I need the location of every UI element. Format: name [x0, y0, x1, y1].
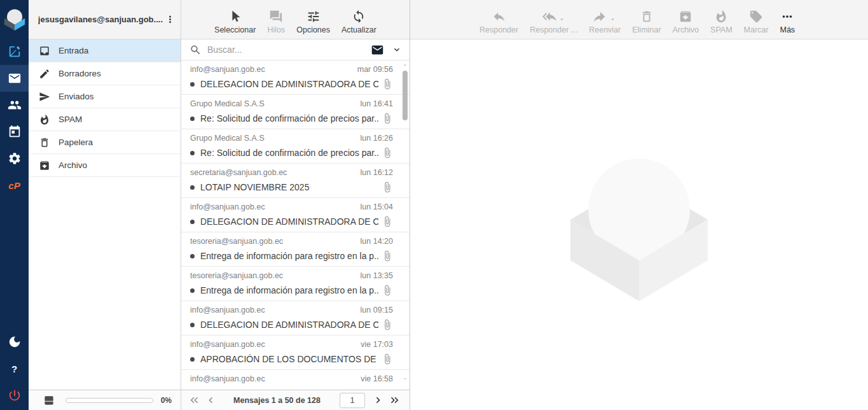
- message-time: vie 16:58: [361, 374, 393, 383]
- snappymail-watermark-logo: [570, 148, 708, 301]
- archive-icon: [679, 10, 692, 24]
- message_toolbar-button-más[interactable]: Más: [774, 8, 801, 34]
- message-row[interactable]: Grupo Medical S.A.Slun 16:26Re: Solicitu…: [181, 129, 410, 164]
- message-sender: Grupo Medical S.A.S: [190, 99, 265, 108]
- scrollbar-up-arrow[interactable]: [402, 62, 408, 68]
- list_toolbar-button-seleccionar[interactable]: Seleccionar: [209, 8, 261, 34]
- last-page-button[interactable]: [387, 393, 402, 408]
- message-time: lun 16:26: [361, 134, 393, 143]
- trash-icon: [640, 10, 654, 24]
- scrollbar-thumb[interactable]: [403, 71, 408, 120]
- folder-pane: jesusgavilanes@sanjuan.gob.... EntradaBo…: [29, 0, 181, 410]
- unseen-filter-envelope-icon[interactable]: [371, 43, 384, 57]
- message-time: lun 16:12: [361, 168, 393, 177]
- message-sender: tesoreria@sanjuan.gob.ec: [190, 237, 283, 246]
- reply-icon: [492, 10, 506, 24]
- message-row[interactable]: info@sanjuan.gob.ecmar 09:56DELEGACION D…: [181, 60, 410, 95]
- message-subject: LOTAIP NOVIEMBRE 2025: [200, 182, 378, 192]
- threads-icon: [269, 10, 283, 24]
- message-list: info@sanjuan.gob.ecmar 09:56DELEGACION D…: [181, 60, 410, 390]
- search-options-chevron-down-icon[interactable]: [392, 45, 402, 55]
- message_toolbar-button-responder[interactable]: Responder: [474, 8, 524, 34]
- account-header: jesusgavilanes@sanjuan.gob....: [29, 0, 181, 39]
- mail-icon: [8, 71, 22, 85]
- rail-item-cpanel[interactable]: cP: [0, 172, 29, 199]
- message_toolbar-button-archivo[interactable]: Archivo: [666, 8, 705, 34]
- quota-percent: 0%: [161, 396, 172, 405]
- list-toolbar: SeleccionarHilosOpcionesActualizar: [181, 0, 410, 39]
- rail-item-logout[interactable]: [0, 382, 29, 409]
- unread-dot: [190, 185, 195, 190]
- refresh-icon: [352, 10, 366, 24]
- prev-page-button[interactable]: [203, 393, 218, 408]
- unread-dot: [190, 288, 195, 293]
- flame-icon: [39, 114, 50, 125]
- message-row[interactable]: secretaria@sanjuan.gob.eclun 16:12LOTAIP…: [181, 164, 410, 198]
- list_toolbar-button-opciones[interactable]: Opciones: [291, 8, 336, 34]
- message_toolbar-button-reenviar[interactable]: Reenviar: [583, 8, 626, 34]
- toolbar-button-label: Responder: [479, 25, 518, 34]
- rail-item-calendar[interactable]: [0, 118, 29, 145]
- unread-dot: [190, 117, 195, 121]
- first-page-button[interactable]: [186, 393, 202, 408]
- search-input[interactable]: [207, 45, 371, 55]
- snappymail-logo: [0, 0, 29, 38]
- rail-item-compose[interactable]: [0, 38, 29, 65]
- toolbar-button-label: Seleccionar: [214, 25, 256, 34]
- folder-label: Papelera: [59, 138, 93, 147]
- message-time: lun 14:20: [361, 237, 393, 246]
- page-number-input[interactable]: [340, 393, 365, 408]
- account-menu-button[interactable]: [163, 11, 177, 28]
- folder-item-archivo[interactable]: Archivo: [29, 154, 181, 177]
- chevrons-right-icon: [389, 394, 401, 406]
- message-subject: Re: Solicitud de confirmación de precios…: [200, 113, 378, 124]
- message-sender: info@sanjuan.gob.ec: [190, 65, 265, 74]
- message-time: lun 15:04: [361, 202, 393, 211]
- folder-item-spam[interactable]: SPAM: [29, 108, 181, 131]
- message-row[interactable]: info@sanjuan.gob.ecvie 17:03APROBACIÓN D…: [181, 336, 410, 370]
- next-page-button[interactable]: [370, 393, 385, 408]
- message-row[interactable]: tesoreria@sanjuan.gob.eclun 14:20Entrega…: [181, 232, 410, 267]
- paperclip-icon: [382, 353, 393, 365]
- list_toolbar-button-actualizar[interactable]: Actualizar: [336, 8, 382, 34]
- search-icon[interactable]: [189, 44, 202, 56]
- folder-item-borradores[interactable]: Borradores: [29, 62, 181, 85]
- message-time: lun 13:35: [361, 271, 393, 280]
- message-subject: DELEGACION DE ADMINISTRADORA DE OR...: [200, 216, 378, 227]
- message-subject: Entrega de información para registro en …: [200, 285, 378, 295]
- list-scrollbar: [401, 62, 409, 390]
- folder-item-enviados[interactable]: Enviados: [29, 85, 181, 108]
- quota-progress-bar: [65, 398, 153, 403]
- folder-label: Entrada: [59, 46, 88, 55]
- message-row[interactable]: info@sanjuan.gob.ecvie 16:58: [181, 370, 410, 390]
- rail-item-contacts[interactable]: [0, 92, 29, 118]
- folder-item-papelera[interactable]: Papelera: [29, 131, 181, 154]
- message-row[interactable]: info@sanjuan.gob.eclun 09:15DELEGACION D…: [181, 301, 410, 336]
- pagination-bar: Mensajes 1 a 50 de 128: [181, 390, 410, 410]
- caret-down-icon: [609, 16, 616, 23]
- unread-dot: [190, 323, 195, 327]
- message_toolbar-button-responder[interactable]: Responder ...: [524, 8, 583, 34]
- search-bar: [181, 39, 410, 60]
- folder-item-entrada[interactable]: Entrada: [29, 39, 181, 62]
- message_toolbar-button-marcar[interactable]: Marcar: [738, 8, 775, 34]
- unread-dot: [190, 151, 195, 155]
- message-row[interactable]: info@sanjuan.gob.eclun 15:04DELEGACION D…: [181, 198, 410, 232]
- scrollbar-down-arrow[interactable]: [402, 376, 408, 382]
- message_toolbar-button-eliminar[interactable]: Eliminar: [626, 8, 666, 34]
- rail-item-help[interactable]: ?: [0, 355, 29, 382]
- message-row[interactable]: Grupo Medical S.A.Slun 16:41Re: Solicitu…: [181, 95, 410, 129]
- folder-label: SPAM: [59, 115, 82, 124]
- pencil-icon: [39, 68, 50, 80]
- rail-item-mail[interactable]: [0, 65, 29, 92]
- message-row[interactable]: tesoreria@sanjuan.gob.eclun 13:35Entrega…: [181, 267, 410, 301]
- message-sender: info@sanjuan.gob.ec: [190, 306, 265, 315]
- message-sender: info@sanjuan.gob.ec: [190, 202, 265, 211]
- pagination-status: Mensajes 1 a 50 de 128: [219, 396, 334, 405]
- message_toolbar-button-spam[interactable]: SPAM: [705, 8, 738, 34]
- list_toolbar-button-hilos[interactable]: Hilos: [261, 8, 291, 34]
- rail-item-settings[interactable]: [0, 145, 29, 172]
- rail-item-dark-mode[interactable]: [0, 329, 29, 355]
- forward-icon: [593, 10, 607, 24]
- send-icon: [39, 91, 50, 102]
